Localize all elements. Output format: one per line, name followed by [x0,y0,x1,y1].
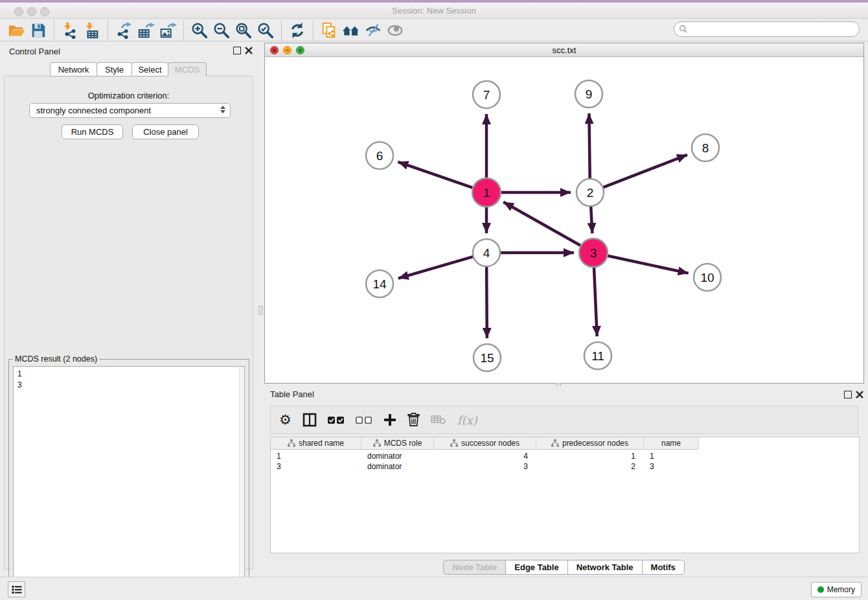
table-cell[interactable]: 1 [271,451,361,461]
tab-mcds[interactable]: MCDS [168,62,207,76]
edge-3-1[interactable] [503,202,582,247]
zoom-fit-icon[interactable] [233,21,255,40]
column-header-shared-name[interactable]: shared name [271,437,361,450]
criterion-value: strongly connected component [36,106,151,115]
column-header-name[interactable]: name [644,437,699,450]
tab-network-table[interactable]: Network Table [567,560,643,575]
column-header-MCDS-role[interactable]: MCDS role [361,437,434,450]
show-graphics-icon[interactable] [384,21,406,40]
edge-2-8[interactable] [602,155,687,188]
table-row[interactable]: 1dominator411 [271,451,859,461]
tab-node-table[interactable]: Node Table [443,560,506,575]
zoom-in-icon[interactable] [188,21,211,40]
delete-column-icon[interactable] [407,413,420,427]
select-all-columns-icon[interactable] [328,416,345,424]
save-session-icon[interactable] [27,21,49,40]
float-table-panel-icon[interactable] [844,391,852,398]
duplicate-network-icon[interactable] [318,21,340,40]
toolbar-separator [54,21,54,40]
network-canvas[interactable]: 1234678910111415 [265,57,863,383]
table-cell[interactable]: dominator [361,461,434,472]
toolbar-separator [281,21,282,40]
tab-select[interactable]: Select [131,62,168,76]
edge-2-9[interactable] [589,113,589,180]
node-4[interactable]: 4 [473,239,500,266]
export-image-icon[interactable] [157,21,179,40]
column-header-successor-nodes[interactable]: successor nodes [434,437,536,450]
node-15[interactable]: 15 [474,344,501,371]
table-cell[interactable]: 3 [434,461,536,472]
tab-edge-table[interactable]: Edge Table [505,560,567,575]
node-table[interactable]: shared nameMCDS rolesuccessor nodesprede… [270,437,860,553]
memory-button[interactable]: Memory [811,582,862,597]
node-9[interactable]: 9 [575,80,602,108]
table-row[interactable]: 3dominator323 [271,461,859,472]
zoom-selected-icon[interactable] [255,21,277,40]
task-history-button[interactable] [8,581,25,597]
edge-2-3[interactable] [591,205,592,233]
table-cell[interactable]: 3 [271,461,361,472]
table-cell[interactable]: 3 [644,461,699,472]
import-table-icon[interactable] [81,21,103,40]
tab-motifs[interactable]: Motifs [642,560,685,575]
network-frame-titlebar[interactable]: scc.txt [265,43,863,57]
column-header-predecessor-nodes[interactable]: predecessor nodes [536,437,644,450]
node-11[interactable]: 11 [584,342,611,369]
control-panel-header: Control Panel [0,41,257,61]
first-neighbors-icon[interactable] [340,21,362,40]
export-network-icon[interactable] [113,21,135,40]
edge-3-10[interactable] [606,255,689,273]
close-table-panel-icon[interactable] [856,391,863,398]
node-8[interactable]: 8 [692,134,719,161]
table-cell[interactable]: dominator [361,451,434,461]
node-3[interactable]: 3 [579,238,608,267]
close-panel-button[interactable]: Close panel [132,124,199,139]
status-bar: Memory [0,577,868,600]
zoom-out-icon[interactable] [211,21,233,40]
open-session-icon[interactable] [5,21,27,40]
window-right-margin [864,41,868,577]
mcds-result-text[interactable]: 1 3 [13,366,245,600]
hide-graphics-icon[interactable] [362,21,384,40]
edge-4-14[interactable] [398,256,475,278]
node-14[interactable]: 14 [366,270,393,297]
edge-4-15[interactable] [486,265,487,338]
table-cell[interactable]: 2 [536,461,644,472]
node-1[interactable]: 1 [472,178,501,207]
splitter-handle[interactable] [258,306,263,315]
import-network-icon[interactable] [59,21,81,40]
table-settings-icon[interactable]: ⚙ [279,412,291,428]
result-scrollbar[interactable] [239,367,244,599]
delete-table-icon[interactable] [431,415,446,425]
search-input[interactable] [688,23,859,35]
table-tabs: Node TableEdge TableNetwork TableMotifs [264,560,864,575]
node-10[interactable]: 10 [694,264,721,291]
criterion-select[interactable]: strongly connected component [29,103,231,118]
add-column-icon[interactable] [383,413,396,426]
table-cell[interactable]: 1 [536,451,644,461]
tab-style[interactable]: Style [97,62,132,76]
node-7[interactable]: 7 [473,81,500,108]
close-panel-icon[interactable] [245,47,253,54]
function-builder-icon[interactable]: f(x) [457,413,477,427]
mcds-result-title: MCDS result (2 nodes) [13,354,99,363]
deselect-all-columns-icon[interactable] [356,416,372,424]
tab-network[interactable]: Network [50,62,97,76]
node-6[interactable]: 6 [366,142,393,169]
run-mcds-button[interactable]: Run MCDS [62,124,123,139]
edge-1-6[interactable] [398,162,475,189]
refresh-icon[interactable] [286,21,308,40]
edge-3-11[interactable] [594,265,597,336]
table-cell[interactable]: 1 [644,451,699,461]
table-panel-title: Table Panel [270,389,314,399]
table-cell[interactable]: 4 [434,451,536,461]
float-panel-icon[interactable] [233,47,241,54]
export-table-icon[interactable] [135,21,157,40]
node-2[interactable]: 2 [577,179,604,206]
search-box[interactable] [674,21,860,37]
show-column-panel-icon[interactable] [303,413,317,427]
node-label: 2 [587,186,594,200]
vertical-splitter[interactable] [257,41,264,577]
table-panel: Table Panel ⚙ f(x) shared nameMCDS roles… [264,386,864,577]
window-titlebar[interactable]: Session: New Session [0,3,868,19]
